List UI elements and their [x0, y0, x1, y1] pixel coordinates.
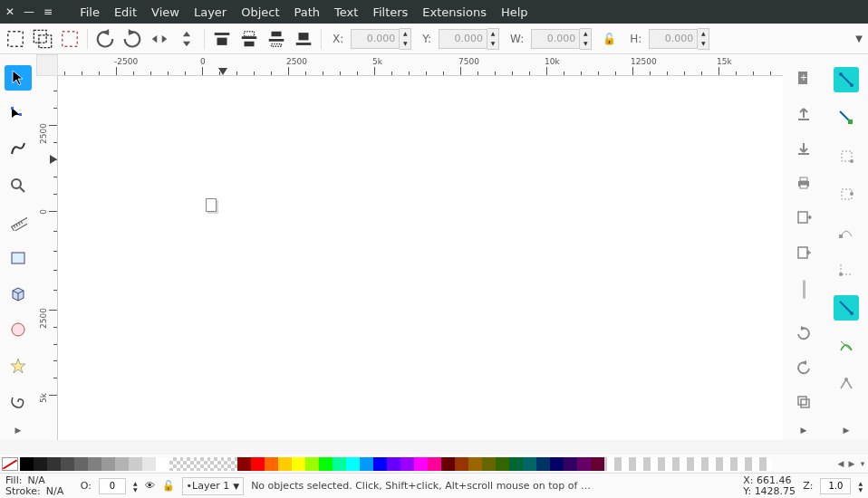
print-icon[interactable]: [791, 172, 816, 195]
palette-left-icon[interactable]: ◀: [835, 459, 846, 468]
color-swatch[interactable]: [210, 457, 224, 471]
undo-icon[interactable]: [791, 321, 816, 343]
color-swatch[interactable]: [278, 457, 292, 471]
color-swatch[interactable]: [523, 457, 536, 471]
layer-selector[interactable]: •Layer 1 ▼: [182, 477, 245, 495]
lock-aspect-icon[interactable]: 🔓: [599, 29, 619, 49]
color-swatch[interactable]: [20, 457, 34, 471]
snap-more-icon[interactable]: ▶: [844, 426, 850, 435]
vertical-ruler[interactable]: 2500025005k: [36, 76, 58, 440]
visibility-icon[interactable]: 👁: [145, 480, 155, 492]
color-swatch[interactable]: [591, 457, 604, 471]
snap-enable-icon[interactable]: [834, 67, 859, 92]
menu-view[interactable]: View: [148, 4, 183, 21]
color-swatch[interactable]: [305, 457, 319, 471]
menu-help[interactable]: Help: [497, 4, 532, 21]
color-swatch[interactable]: [292, 457, 305, 471]
y-spinbox[interactable]: ▲▼: [439, 28, 499, 50]
menu-text[interactable]: Text: [331, 4, 362, 21]
selector-tool[interactable]: [5, 65, 32, 91]
menu-path[interactable]: Path: [291, 4, 324, 21]
rectangle-tool[interactable]: [5, 245, 32, 271]
color-swatch[interactable]: [577, 457, 591, 471]
menu-edit[interactable]: Edit: [111, 4, 140, 21]
snap-bbox-icon[interactable]: [834, 105, 859, 130]
snap-bbox-corner-icon[interactable]: [834, 143, 859, 168]
duplicate-icon[interactable]: [791, 390, 816, 413]
commands-more-icon[interactable]: ▶: [801, 426, 807, 435]
star-tool[interactable]: [5, 353, 32, 378]
color-swatch[interactable]: [536, 457, 550, 471]
horizontal-ruler[interactable]: -2500025005k750010k1250015k: [58, 54, 783, 76]
palette-menu-icon[interactable]: ▾: [857, 459, 868, 468]
color-swatch[interactable]: [251, 457, 265, 471]
node-tool[interactable]: [5, 101, 32, 127]
snap-node-corner-icon[interactable]: [834, 257, 859, 283]
menu-layer[interactable]: Layer: [190, 4, 230, 21]
window-menu-button[interactable]: ≡: [43, 5, 53, 18]
w-spinbox[interactable]: ▲▼: [531, 28, 592, 50]
tool-options-menu-icon[interactable]: ▼: [855, 34, 863, 43]
color-swatch[interactable]: [34, 457, 47, 471]
open-icon[interactable]: [791, 102, 816, 125]
measure-tool[interactable]: [5, 209, 32, 235]
color-swatch[interactable]: [265, 457, 278, 471]
zoom-input[interactable]: [820, 478, 851, 494]
color-swatch[interactable]: [142, 457, 156, 471]
spiral-tool[interactable]: [5, 389, 32, 415]
color-swatch[interactable]: [387, 457, 400, 471]
color-swatch[interactable]: [333, 457, 346, 471]
color-swatch[interactable]: [482, 457, 496, 471]
snap-intersection-icon[interactable]: [834, 333, 859, 359]
color-swatch[interactable]: [237, 457, 251, 471]
color-swatch[interactable]: [101, 457, 115, 471]
fill-stroke-indicator[interactable]: Fill:N/A Stroke:N/A: [5, 475, 73, 497]
minimize-window-button[interactable]: —: [24, 5, 34, 18]
layer-lock-icon[interactable]: 🔓: [162, 480, 175, 492]
raise-icon[interactable]: [239, 29, 259, 49]
snap-cusp-icon[interactable]: [834, 371, 859, 397]
zoom-tool[interactable]: [5, 173, 32, 198]
snap-path-icon[interactable]: [834, 295, 859, 321]
color-swatch[interactable]: [319, 457, 333, 471]
rotate-cw-icon[interactable]: [122, 29, 142, 49]
color-swatch[interactable]: [74, 457, 88, 471]
raise-to-top-icon[interactable]: [212, 29, 232, 49]
select-all-icon[interactable]: [5, 29, 25, 49]
deselect-icon[interactable]: [60, 29, 80, 49]
color-swatch[interactable]: [346, 457, 360, 471]
color-swatch[interactable]: [550, 457, 564, 471]
color-swatch[interactable]: [373, 457, 387, 471]
flip-horizontal-icon[interactable]: [149, 29, 169, 49]
color-swatch[interactable]: [224, 457, 237, 471]
lower-to-bottom-icon[interactable]: [294, 29, 313, 49]
flip-vertical-icon[interactable]: [177, 29, 197, 49]
menu-file[interactable]: File: [76, 4, 103, 21]
ruler-origin-corner[interactable]: [36, 54, 58, 76]
color-swatch[interactable]: [414, 457, 428, 471]
color-swatch[interactable]: [468, 457, 482, 471]
import-icon[interactable]: [791, 206, 816, 229]
toolbox-more-icon[interactable]: ▶: [15, 426, 22, 435]
select-in-layers-icon[interactable]: [33, 29, 53, 49]
tweak-tool[interactable]: [5, 138, 32, 163]
color-swatch[interactable]: [455, 457, 468, 471]
rotate-ccw-icon[interactable]: [95, 29, 115, 49]
close-window-button[interactable]: ✕: [5, 5, 14, 18]
ellipse-tool[interactable]: [5, 318, 32, 343]
opacity-input[interactable]: [99, 478, 126, 494]
color-palette[interactable]: [20, 457, 772, 471]
color-swatch[interactable]: [156, 457, 169, 471]
color-swatch[interactable]: [496, 457, 509, 471]
color-swatch[interactable]: [564, 457, 577, 471]
menu-object[interactable]: Object: [237, 4, 283, 21]
new-document-icon[interactable]: +: [791, 67, 816, 90]
color-swatch[interactable]: [360, 457, 373, 471]
color-swatch[interactable]: [47, 457, 61, 471]
color-swatch[interactable]: [197, 457, 210, 471]
snap-bbox-edge-icon[interactable]: [834, 181, 859, 206]
color-swatch[interactable]: [441, 457, 455, 471]
export-icon[interactable]: [791, 242, 816, 264]
h-spinbox[interactable]: ▲▼: [649, 28, 709, 50]
color-swatch[interactable]: [428, 457, 441, 471]
